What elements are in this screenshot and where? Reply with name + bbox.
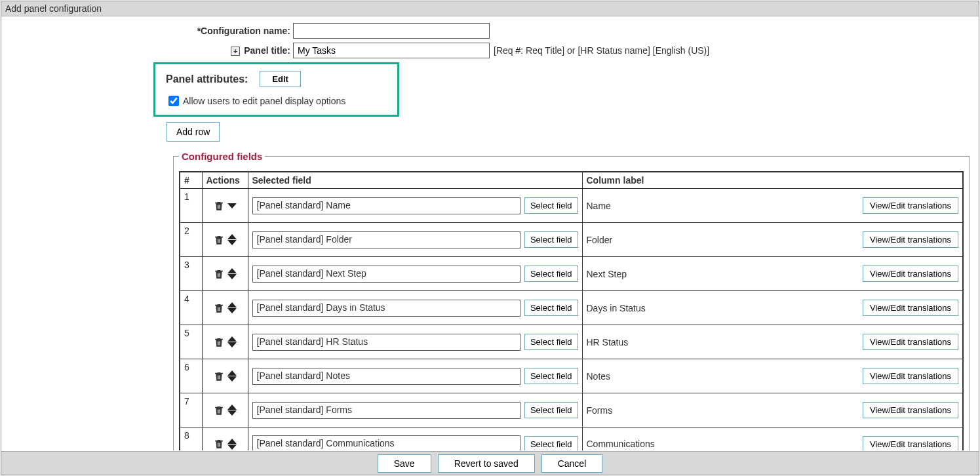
move-up-icon[interactable]: [227, 302, 237, 307]
panel-attributes-highlight: Panel attributes: Edit Allow users to ed…: [153, 62, 399, 117]
select-field-button[interactable]: Select field: [524, 231, 578, 248]
move-down-icon[interactable]: [227, 274, 237, 279]
column-label-value: Communications: [587, 439, 857, 449]
trash-icon[interactable]: [213, 404, 225, 417]
trash-icon[interactable]: [213, 370, 225, 383]
th-selected: Selected field: [248, 172, 582, 189]
column-label-value: Next Step: [587, 269, 857, 279]
selected-field-value: [Panel standard] Notes: [252, 368, 520, 385]
view-edit-translations-button[interactable]: View/Edit translations: [863, 402, 958, 418]
config-name-input[interactable]: [293, 23, 490, 39]
selected-field-value: [Panel standard] Next Step: [252, 266, 520, 283]
add-row-button[interactable]: Add row: [167, 122, 220, 142]
move-up-icon[interactable]: [227, 336, 237, 342]
trash-icon[interactable]: [213, 302, 225, 315]
panel-title-hint: [Req #: Req Title] or [HR Status name] […: [494, 45, 709, 56]
column-label-value: Notes: [587, 371, 857, 382]
trash-icon[interactable]: [213, 336, 225, 349]
panel-attributes-label: Panel attributes:: [166, 73, 248, 85]
view-edit-translations-button[interactable]: View/Edit translations: [863, 436, 958, 450]
select-field-button[interactable]: Select field: [524, 266, 578, 282]
th-num: #: [180, 172, 202, 189]
view-edit-translations-button[interactable]: View/Edit translations: [863, 197, 958, 214]
select-field-button[interactable]: Select field: [524, 402, 578, 418]
move-down-icon[interactable]: [227, 240, 237, 245]
table-row: 1[Panel standard] NameSelect fieldNameVi…: [180, 189, 963, 223]
row-number: 6: [180, 359, 202, 393]
configured-fields-table: # Actions Selected field Column label 1[…: [179, 171, 964, 450]
selected-field-value: [Panel standard] HR Status: [252, 334, 520, 351]
move-down-icon[interactable]: [227, 410, 237, 416]
move-down-icon[interactable]: [227, 342, 237, 347]
expand-icon[interactable]: +: [231, 47, 240, 56]
save-button[interactable]: Save: [378, 454, 431, 473]
table-row: 6[Panel standard] NotesSelect fieldNotes…: [180, 359, 963, 393]
select-field-button[interactable]: Select field: [524, 436, 578, 450]
view-edit-translations-button[interactable]: View/Edit translations: [863, 334, 958, 350]
panel-title-input[interactable]: [293, 43, 490, 58]
select-field-button[interactable]: Select field: [524, 368, 578, 384]
move-up-icon[interactable]: [227, 268, 237, 273]
configured-fields-fieldset: Configured fields # Actions Selected fie…: [173, 151, 970, 450]
allow-edit-display-checkbox[interactable]: [168, 96, 179, 106]
view-edit-translations-button[interactable]: View/Edit translations: [863, 300, 958, 316]
column-label-value: Name: [587, 201, 857, 211]
trash-icon[interactable]: [213, 233, 225, 247]
move-up-icon[interactable]: [227, 234, 237, 239]
row-number: 7: [180, 393, 202, 427]
th-actions: Actions: [202, 172, 248, 189]
row-number: 1: [180, 189, 202, 223]
selected-field-value: [Panel standard] Name: [252, 197, 520, 214]
configured-fields-legend: Configured fields: [179, 151, 265, 162]
selected-field-value: [Panel standard] Forms: [252, 402, 520, 419]
move-down-icon[interactable]: [227, 445, 237, 450]
select-field-button[interactable]: Select field: [524, 300, 578, 316]
column-label-value: Forms: [587, 405, 857, 416]
table-row: 4[Panel standard] Days in StatusSelect f…: [180, 291, 963, 325]
row-number: 2: [180, 223, 202, 257]
table-row: 3[Panel standard] Next StepSelect fieldN…: [180, 257, 963, 291]
footer-bar: Save Revert to saved Cancel: [1, 451, 979, 475]
move-up-icon[interactable]: [227, 405, 237, 410]
move-down-icon[interactable]: [227, 203, 237, 208]
row-number: 5: [180, 325, 202, 359]
column-label-value: Days in Status: [587, 303, 857, 313]
table-row: 7[Panel standard] FormsSelect fieldForms…: [180, 393, 963, 427]
trash-icon[interactable]: [213, 268, 225, 281]
selected-field-value: [Panel standard] Folder: [252, 231, 520, 248]
window-title: Add panel configuration: [1, 1, 979, 16]
view-edit-translations-button[interactable]: View/Edit translations: [863, 266, 958, 282]
column-label-value: HR Status: [587, 337, 857, 347]
move-up-icon[interactable]: [227, 370, 237, 376]
table-row: 5[Panel standard] HR StatusSelect fieldH…: [180, 325, 963, 359]
panel-title-label: Panel title:: [244, 45, 290, 56]
revert-button[interactable]: Revert to saved: [438, 454, 535, 473]
trash-icon[interactable]: [213, 437, 225, 450]
edit-panel-attributes-button[interactable]: Edit: [260, 71, 301, 87]
allow-edit-display-label: Allow users to edit panel display option…: [183, 96, 345, 106]
row-number: 8: [180, 427, 202, 451]
select-field-button[interactable]: Select field: [524, 334, 578, 350]
trash-icon[interactable]: [213, 199, 225, 212]
config-name-label: *Configuration name:: [1, 26, 293, 36]
row-number: 4: [180, 291, 202, 325]
selected-field-value: [Panel standard] Communications: [252, 435, 520, 450]
move-up-icon[interactable]: [227, 439, 237, 444]
table-row: 2[Panel standard] FolderSelect fieldFold…: [180, 223, 963, 257]
cancel-button[interactable]: Cancel: [541, 454, 603, 473]
view-edit-translations-button[interactable]: View/Edit translations: [863, 368, 958, 384]
move-down-icon[interactable]: [227, 308, 237, 313]
move-down-icon[interactable]: [227, 376, 237, 382]
column-label-value: Folder: [587, 235, 857, 245]
th-label: Column label: [582, 172, 963, 189]
selected-field-value: [Panel standard] Days in Status: [252, 300, 520, 317]
select-field-button[interactable]: Select field: [524, 197, 578, 214]
table-row: 8[Panel standard] CommunicationsSelect f…: [180, 427, 963, 451]
view-edit-translations-button[interactable]: View/Edit translations: [863, 231, 958, 248]
row-number: 3: [180, 257, 202, 291]
